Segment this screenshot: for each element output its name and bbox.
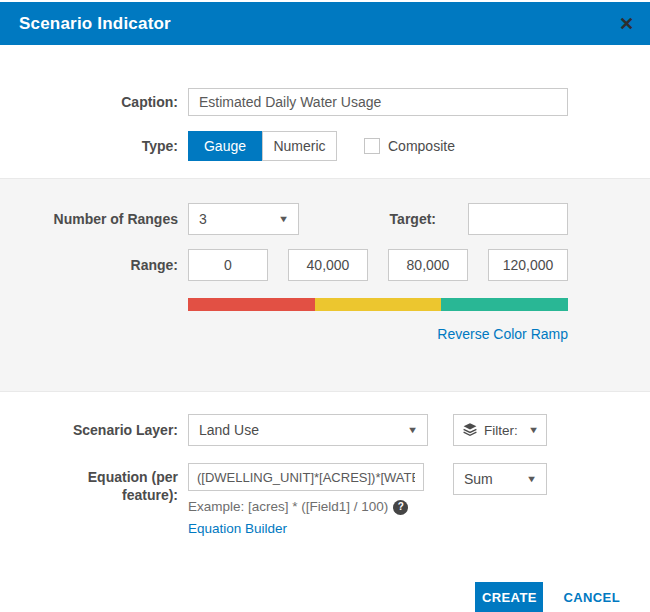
filter-label: Filter: [484,423,518,438]
dialog-title: Scenario Indicator [19,14,171,34]
cancel-button[interactable]: CANCEL [563,590,620,605]
equation-label: Equation (per feature): [0,463,178,504]
help-icon[interactable]: ? [393,500,408,515]
type-row: Type: Gauge Numeric Composite [0,131,650,161]
scenario-layer-dropdown[interactable]: Land Use ▼ [188,414,428,446]
reverse-color-ramp-link[interactable]: Reverse Color Ramp [188,326,568,343]
scenario-layer-label: Scenario Layer: [0,421,178,439]
range-label: Range: [0,256,178,274]
target-label: Target: [390,211,436,227]
chevron-down-icon: ▼ [407,425,418,435]
composite-label: Composite [388,138,455,154]
filter-dropdown[interactable]: Filter: ▼ [453,414,547,446]
caption-label: Caption: [0,93,178,111]
reverse-ramp-row: Reverse Color Ramp [0,326,650,343]
color-ramp-segment-red [188,298,315,311]
number-of-ranges-row: Number of Ranges 3 ▼ Target: [0,203,650,235]
chevron-down-icon: ▼ [278,214,289,224]
range-input-2[interactable] [288,249,368,281]
close-icon[interactable]: ✕ [619,15,634,33]
equation-row: Equation (per feature): Example: [acres]… [0,463,650,536]
range-input-3[interactable] [388,249,468,281]
chevron-down-icon: ▼ [526,474,537,484]
composite-checkbox[interactable] [364,138,380,154]
chevron-down-icon: ▼ [528,425,539,435]
scenario-layer-value: Land Use [199,422,259,438]
number-of-ranges-value: 3 [199,211,207,227]
equation-example-text: Example: [acres] * ([Field1] / 100) [188,499,388,515]
caption-input[interactable] [188,88,568,116]
range-input-4[interactable] [488,249,568,281]
ranges-section: Number of Ranges 3 ▼ Target: Range: Rev [0,178,650,392]
type-label: Type: [0,137,178,155]
color-ramp [188,298,568,311]
number-of-ranges-dropdown[interactable]: 3 ▼ [188,203,299,235]
scenario-layer-row: Scenario Layer: Land Use ▼ Filter: ▼ [0,414,650,446]
dialog-titlebar: Scenario Indicator ✕ [0,2,650,45]
create-button[interactable]: CREATE [475,582,543,612]
layers-icon [462,422,478,438]
equation-input[interactable] [188,463,424,491]
aggregation-dropdown[interactable]: Sum ▼ [453,463,547,495]
target-input[interactable] [468,203,568,235]
type-option-numeric[interactable]: Numeric [262,131,337,161]
caption-row: Caption: [0,88,650,116]
color-ramp-row [0,281,650,311]
color-ramp-segment-green [441,298,568,311]
range-input-1[interactable] [188,249,268,281]
equation-builder-link[interactable]: Equation Builder [188,521,424,536]
color-ramp-segment-yellow [315,298,442,311]
aggregation-value: Sum [464,471,493,487]
dialog-footer: CREATE CANCEL [0,582,650,612]
range-row: Range: [0,249,650,281]
equation-example: Example: [acres] * ([Field1] / 100) ? [188,499,424,515]
number-of-ranges-label: Number of Ranges [0,210,178,228]
type-option-gauge[interactable]: Gauge [188,131,262,161]
